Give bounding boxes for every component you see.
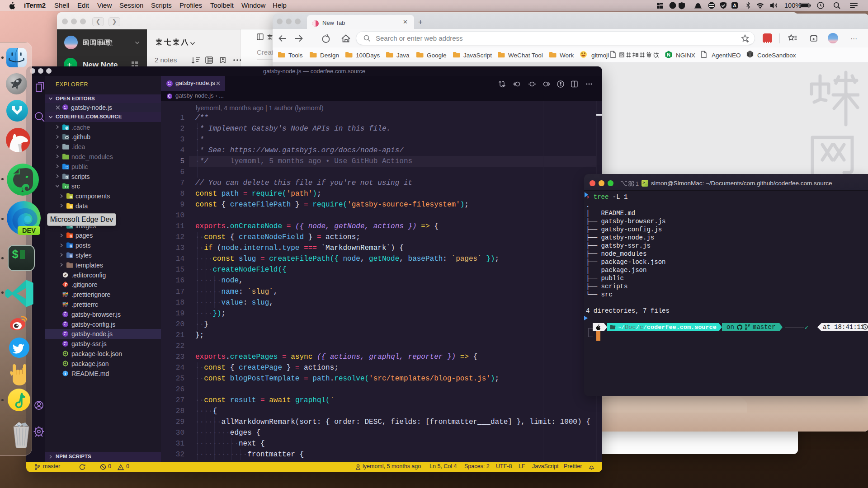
svg-text:N: N (667, 52, 670, 57)
svg-text:100%: 100% (784, 2, 801, 9)
svg-text:1: 1 (636, 181, 639, 187)
svg-text:A: A (733, 3, 736, 8)
